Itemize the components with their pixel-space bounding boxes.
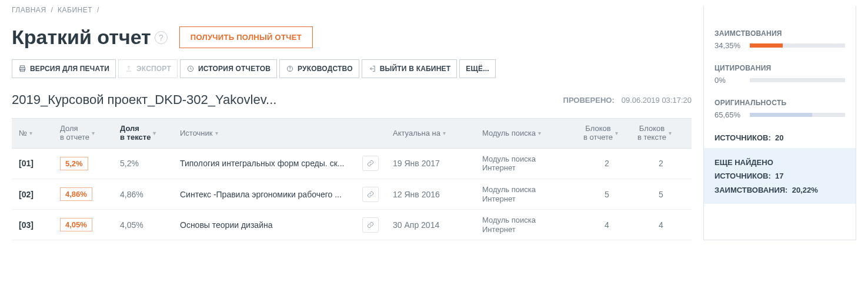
breadcrumb: ГЛАВНАЯ / КАБИНЕТ /: [12, 6, 692, 26]
export-icon: [125, 65, 133, 73]
blocks-report: 4: [583, 220, 630, 230]
row-number: [02]: [19, 190, 53, 199]
print-button[interactable]: ВЕРСИЯ ДЛЯ ПЕЧАТИ: [12, 59, 116, 78]
actual-date: 12 Янв 2016: [393, 190, 475, 199]
sources-count: ИСТОЧНИКОВ: 20: [704, 127, 856, 149]
chevron-down-icon: ▾: [669, 130, 672, 136]
borrowings-value: 34,35%: [715, 41, 744, 50]
col-module[interactable]: Модуль поиска▾: [482, 129, 576, 137]
originality-bar: [750, 113, 845, 117]
checked-date: ПРОВЕРЕНО: 09.06.2019 03:17:20: [563, 96, 692, 105]
more-button[interactable]: ЕЩЁ...: [459, 59, 495, 78]
clock-icon: [186, 65, 195, 73]
extra-found-block: ЕЩЕ НАЙДЕНО ИСТОЧНИКОВ: 17 ЗАИМСТВОВАНИЯ…: [704, 149, 856, 204]
search-module: Модуль поискаИнтернет: [482, 185, 576, 203]
share-text: 5,2%: [120, 159, 173, 168]
chevron-down-icon: ▾: [443, 130, 446, 136]
source-link-button[interactable]: [362, 156, 379, 171]
table-row: [03]4,05%4,05%Основы теории дизайна30 Ап…: [12, 210, 692, 240]
col-share-report[interactable]: Доляв отчете ▾: [60, 125, 113, 142]
blocks-text: 2: [637, 159, 685, 168]
get-full-report-button[interactable]: ПОЛУЧИТЬ ПОЛНЫЙ ОТЧЕТ: [179, 26, 313, 48]
search-module: Модуль поискаИнтернет: [482, 154, 576, 173]
citations-bar: [750, 78, 845, 82]
chevron-down-icon: ▾: [615, 130, 618, 136]
citations-value: 0%: [715, 76, 744, 85]
exit-button[interactable]: ВЫЙТИ В КАБИНЕТ: [362, 59, 458, 78]
source-link-button[interactable]: [362, 187, 379, 202]
blocks-text: 4: [637, 220, 685, 230]
table-row: [02]4,86%4,86%Синтекс -Правила эргономик…: [12, 179, 692, 210]
borrowings-label: ЗАИМСТВОВАНИЯ: [715, 29, 845, 38]
citations-label: ЦИТИРОВАНИЯ: [715, 64, 845, 72]
chevron-down-icon: ▾: [153, 130, 156, 136]
col-blocks-report[interactable]: Блоковв отчете ▾: [583, 125, 630, 142]
source-title: Основы теории дизайна: [180, 220, 355, 230]
chevron-down-icon: ▾: [538, 130, 541, 136]
chevron-down-icon: ▾: [29, 130, 32, 136]
chevron-down-icon: ▾: [92, 130, 95, 136]
sources-table: №▾ Доляв отчете ▾ Доляв тексте ▾ Источни…: [12, 118, 692, 240]
borrowings-bar: [750, 43, 845, 48]
export-button[interactable]: ЭКСПОРТ: [118, 59, 178, 78]
share-report-pill[interactable]: 4,86%: [60, 187, 92, 201]
actual-date: 19 Янв 2017: [393, 159, 475, 168]
question-icon: [286, 65, 294, 73]
row-number: [03]: [19, 220, 53, 230]
actual-date: 30 Апр 2014: [393, 220, 475, 230]
blocks-report: 5: [583, 190, 630, 199]
svg-point-5: [290, 70, 291, 70]
toolbar: ВЕРСИЯ ДЛЯ ПЕЧАТИ ЭКСПОРТ ИСТОРИЯ ОТЧЕТО…: [12, 59, 692, 78]
share-report-pill[interactable]: 5,2%: [60, 157, 88, 170]
col-actual-on[interactable]: Актуальна на▾: [393, 129, 475, 137]
row-number: [01]: [19, 159, 53, 168]
blocks-text: 5: [637, 190, 685, 199]
source-title: Синтекс -Правила эргономики рабочего ...: [180, 190, 355, 199]
col-source[interactable]: Источник▾: [180, 129, 355, 137]
help-icon[interactable]: ?: [155, 31, 168, 44]
exit-icon: [368, 65, 376, 73]
col-blocks-text[interactable]: Блоковв тексте ▾: [637, 125, 685, 142]
share-report-pill[interactable]: 4,05%: [60, 218, 92, 231]
col-number[interactable]: №▾: [19, 129, 53, 137]
stats-sidebar: ЗАИМСТВОВАНИЯ 34,35% ЦИТИРОВАНИЯ 0% ОРИГ…: [703, 6, 856, 240]
col-share-text[interactable]: Доляв тексте ▾: [120, 125, 173, 142]
share-text: 4,05%: [120, 220, 173, 230]
printer-icon: [18, 65, 26, 73]
source-link-button[interactable]: [362, 217, 379, 233]
breadcrumb-home[interactable]: ГЛАВНАЯ: [12, 6, 46, 14]
search-module: Модуль поискаИнтернет: [482, 216, 576, 234]
originality-value: 65,65%: [715, 110, 744, 119]
page-title: Краткий отчет ?: [12, 26, 168, 49]
source-title: Типология интегральных форм среды. ск...: [180, 159, 355, 168]
history-button[interactable]: ИСТОРИЯ ОТЧЕТОВ: [180, 59, 277, 78]
chevron-down-icon: ▾: [215, 130, 218, 136]
guide-button[interactable]: РУКОВОДСТВО: [279, 59, 359, 78]
document-title: 2019_Курсовой проект_DKD-302_Yakovlev...: [12, 92, 276, 107]
table-row: [01]5,2%5,2%Типология интегральных форм …: [12, 149, 692, 179]
breadcrumb-cabinet[interactable]: КАБИНЕТ: [58, 6, 92, 14]
originality-label: ОРИГИНАЛЬНОСТЬ: [715, 99, 845, 107]
blocks-report: 2: [583, 159, 630, 168]
share-text: 4,86%: [120, 190, 173, 199]
